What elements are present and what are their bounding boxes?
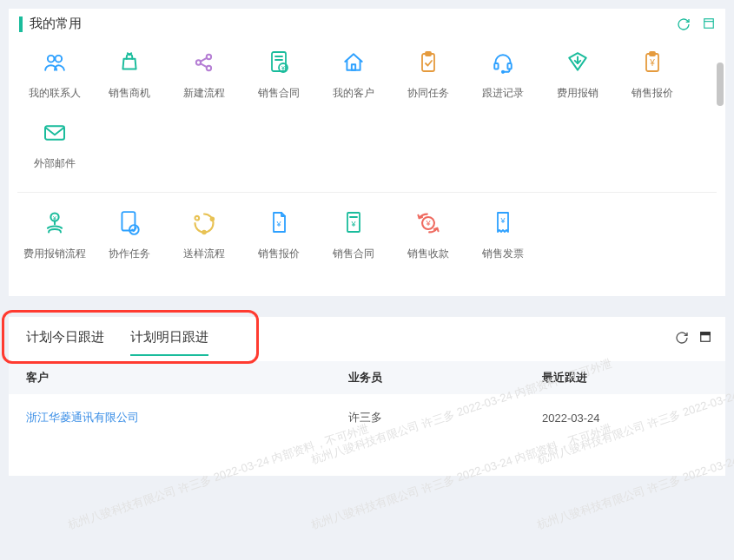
favorites-grid: 我的联系人销售商机新建流程¥销售合同我的客户协同任务跟进记录费用报销¥销售报价外… [9,32,725,296]
headset-icon [488,49,518,76]
svg-rect-0 [704,18,714,28]
col-customer: 客户 [9,361,331,394]
favorites-title-wrap: 我的常用 [19,16,82,32]
clipboard-check-icon [413,49,443,76]
doc-yen3-icon: ¥ [339,210,368,236]
fav-external-mail[interactable]: 外部邮件 [17,120,92,171]
favorites-header: 我的常用 [9,9,725,32]
fav-followup-log[interactable]: 跟进记录 [466,49,540,101]
fav-cooperation[interactable]: 协作任务 [92,210,167,261]
col-last: 最近跟进 [525,361,725,394]
fav-label: 协作任务 [109,247,150,261]
doc-yen-icon: ¥ [264,49,294,76]
fav-label: 销售报价 [258,247,300,261]
people-icon [40,49,69,76]
fav-sales-contract[interactable]: ¥销售合同 [241,49,316,101]
clipboard-yen-icon: ¥ [638,49,667,76]
fav-label: 费用报销流程 [23,247,86,261]
cell-last: 2022-03-24 [525,394,725,441]
favorites-title: 我的常用 [30,16,82,32]
fav-my-customers[interactable]: 我的客户 [316,49,391,101]
svg-text:¥: ¥ [499,216,506,225]
fav-label: 我的联系人 [29,86,81,101]
favorites-actions [677,17,715,31]
svg-point-19 [502,71,504,73]
followup-panel: 计划今日跟进计划明日跟进 客户 业务员 最近跟进 浙江华菱通讯有限公司许三多20… [9,317,725,476]
svg-point-2 [48,56,55,63]
scrollbar-thumb[interactable] [717,63,724,106]
favorites-panel: 我的常用 我的联系人销售商机新建流程¥销售合同我的客户协同任务跟进记录费用报销¥… [9,9,725,296]
fav-sales-invoice[interactable]: ¥销售发票 [466,210,540,261]
svg-point-29 [195,216,200,221]
bag-icon [115,49,144,76]
fav-sales-receipt[interactable]: ¥销售收款 [391,210,466,261]
svg-text:¥: ¥ [53,215,56,221]
cell-agent: 许三多 [331,394,525,441]
doc-yen2-icon: ¥ [264,210,294,236]
fav-label: 协同任务 [407,86,449,101]
title-accent-bar [19,16,23,32]
tab-today[interactable]: 计划今日跟进 [26,329,104,356]
fav-label: 我的客户 [333,86,374,101]
fav-sales-contract-2[interactable]: ¥销售合同 [316,210,391,261]
fav-contacts[interactable]: 我的联系人 [17,49,92,101]
download-v-icon [563,49,592,76]
fav-label: 销售报价 [632,86,673,101]
fav-expense-process[interactable]: ¥费用报销流程 [17,210,92,261]
svg-point-3 [56,56,63,63]
fav-label: 外部邮件 [34,156,76,171]
svg-rect-40 [701,333,711,335]
fav-label: 销售合同 [258,86,300,101]
svg-rect-27 [122,212,135,230]
maximize-icon[interactable] [699,331,711,347]
col-agent: 业务员 [331,361,525,394]
svg-rect-14 [352,64,355,70]
fav-label: 销售合同 [333,247,374,261]
table-row[interactable]: 浙江华菱通讯有限公司许三多2022-03-24 [9,394,725,441]
svg-text:¥: ¥ [281,65,285,71]
cell-customer[interactable]: 浙江华菱通讯有限公司 [9,394,331,441]
hand-yen-icon: ¥ [40,210,69,236]
fav-label: 销售收款 [407,247,449,261]
followup-tabs: 计划今日跟进计划明日跟进 [9,317,725,356]
fav-sales-quote[interactable]: ¥销售报价 [615,49,690,101]
fav-label: 新建流程 [183,86,225,101]
house-icon [339,49,368,76]
fav-new-process[interactable]: 新建流程 [167,49,241,101]
svg-line-8 [201,63,208,67]
svg-rect-23 [45,126,64,139]
fav-sample-process[interactable]: 送样流程 [167,210,241,261]
fav-label: 费用报销 [557,86,598,101]
tab-tomorrow[interactable]: 计划明日跟进 [130,329,208,356]
svg-rect-17 [494,63,498,69]
followup-actions [675,331,711,347]
followup-table: 客户 业务员 最近跟进 浙江华菱通讯有限公司许三多2022-03-24 [9,361,725,441]
refresh-icon[interactable] [677,17,691,31]
favorites-divider [17,192,717,193]
svg-text:¥: ¥ [275,220,281,228]
fav-label: 销售发票 [482,247,524,261]
maximize-icon[interactable] [703,17,715,31]
fav-label: 跟进记录 [482,86,524,101]
svg-line-7 [201,58,208,62]
fav-coop-task[interactable]: 协同任务 [391,49,466,101]
svg-rect-15 [422,54,434,71]
ring-icon [189,210,219,236]
fav-sales-quote-2[interactable]: ¥销售报价 [241,210,316,261]
fav-label: 销售商机 [109,86,150,101]
receipt-icon: ¥ [488,210,518,236]
fav-label: 送样流程 [183,247,225,261]
svg-text:¥: ¥ [425,219,431,227]
svg-text:¥: ¥ [350,220,356,228]
fav-expense[interactable]: 费用报销 [540,49,615,101]
yen-arrows-icon: ¥ [413,210,443,236]
share-icon [189,49,219,76]
refresh-icon[interactable] [675,331,689,347]
fav-leads[interactable]: 销售商机 [92,49,167,101]
envelope-icon [40,120,69,146]
svg-text:¥: ¥ [649,58,655,68]
doc-check-icon [115,210,144,236]
